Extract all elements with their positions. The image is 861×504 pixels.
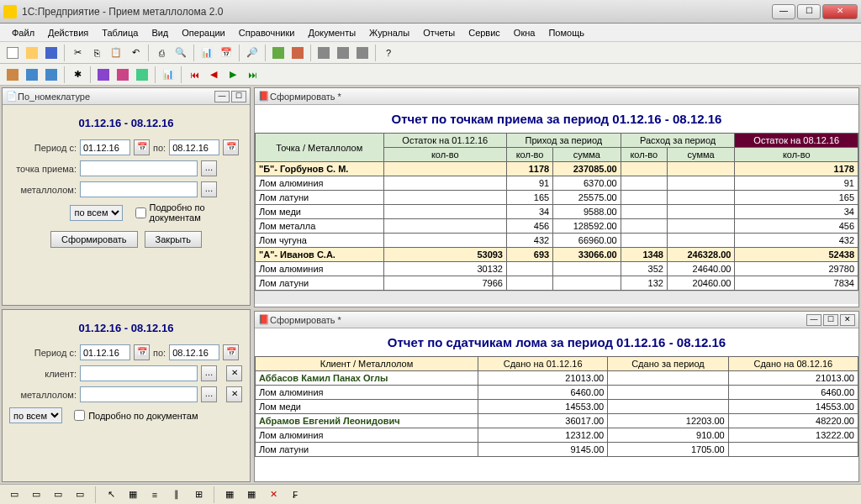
- menu-windows[interactable]: Окна: [507, 26, 542, 39]
- filter-combo-2[interactable]: по всем: [9, 407, 62, 423]
- undo-icon[interactable]: ↶: [126, 44, 145, 62]
- save-icon[interactable]: [42, 44, 61, 62]
- calendar-to-button[interactable]: 📅: [223, 139, 239, 155]
- client-browse-button[interactable]: …: [201, 365, 217, 381]
- cut-icon[interactable]: ✂: [68, 44, 87, 62]
- print-icon[interactable]: ⎙: [152, 44, 171, 62]
- table-row[interactable]: Лом металла456128592.00456: [256, 219, 858, 234]
- table-row[interactable]: "А"- Иванов С.А.5309369333066.0013482463…: [256, 248, 858, 262]
- prev-icon[interactable]: ◀: [204, 66, 223, 84]
- sb-col-icon[interactable]: ∥: [167, 486, 186, 504]
- form-button[interactable]: Сформировать: [50, 231, 138, 248]
- metal-input-2[interactable]: [80, 386, 198, 402]
- table-row[interactable]: Лом алюминия12312.00910.0013222.00: [256, 428, 858, 443]
- close-panel-button[interactable]: Закрыть: [145, 231, 202, 248]
- last-icon[interactable]: ⏭: [243, 66, 261, 84]
- sb-icon-3[interactable]: ▭: [49, 486, 67, 504]
- metal-browse-button[interactable]: …: [201, 181, 217, 197]
- sb-merge-icon[interactable]: ⊞: [189, 486, 208, 504]
- calendar-icon[interactable]: 📅: [217, 44, 235, 62]
- preview-icon[interactable]: 🔍: [172, 44, 190, 62]
- table-row[interactable]: Аббасов Камил Панах Оглы21013.0021013.00: [256, 371, 858, 386]
- r2-max-button[interactable]: ☐: [823, 314, 838, 326]
- box2-icon[interactable]: [114, 66, 132, 84]
- close-button[interactable]: ✕: [822, 4, 858, 19]
- tool-c-icon[interactable]: [314, 44, 333, 62]
- help-icon[interactable]: ?: [379, 44, 398, 62]
- star-icon[interactable]: ✱: [68, 66, 87, 84]
- table-row[interactable]: Лом алюминия916370.0091: [256, 176, 858, 191]
- metal-browse-button-2[interactable]: …: [201, 386, 217, 402]
- menu-service[interactable]: Сервис: [462, 26, 507, 39]
- table-row[interactable]: "Б"- Горбунов С. М.1178237085.001178: [256, 162, 858, 176]
- box1-icon[interactable]: [94, 66, 113, 84]
- find-icon[interactable]: 🔎: [243, 44, 261, 62]
- detail-checkbox[interactable]: [135, 207, 146, 218]
- tool-d-icon[interactable]: [334, 44, 352, 62]
- scrollbar-h[interactable]: [255, 291, 858, 304]
- period-to-input-2[interactable]: [169, 344, 219, 360]
- table-row[interactable]: Лом латуни796613220460.007834: [256, 276, 858, 291]
- sb-pointer-icon[interactable]: ↖: [102, 486, 120, 504]
- filter-combo[interactable]: по всем: [70, 205, 123, 221]
- menu-operations[interactable]: Операции: [175, 26, 231, 39]
- calendar-to-button-2[interactable]: 📅: [223, 344, 239, 360]
- panel-max-button[interactable]: ☐: [231, 91, 246, 102]
- period-from-input-2[interactable]: [80, 344, 130, 360]
- metal-clear-button-2[interactable]: ✕: [226, 386, 242, 402]
- client-input[interactable]: [80, 365, 198, 381]
- next-icon[interactable]: ▶: [224, 66, 242, 84]
- metal-input[interactable]: [80, 181, 198, 197]
- tool-a-icon[interactable]: [269, 44, 288, 62]
- menu-help[interactable]: Помощь: [541, 26, 591, 39]
- grid2-icon[interactable]: [42, 66, 61, 84]
- menu-reports[interactable]: Отчеты: [416, 26, 462, 39]
- menu-journals[interactable]: Журналы: [362, 26, 416, 39]
- point-input[interactable]: [80, 160, 198, 176]
- minimize-button[interactable]: —: [772, 4, 795, 19]
- menu-table[interactable]: Таблица: [95, 26, 145, 39]
- point-browse-button[interactable]: …: [201, 160, 217, 176]
- sb-tool-c-icon[interactable]: ✕: [264, 486, 283, 504]
- menu-file[interactable]: Файл: [5, 26, 41, 39]
- tool-e-icon[interactable]: [353, 44, 372, 62]
- db-icon[interactable]: [3, 66, 22, 84]
- grid1-icon[interactable]: [23, 66, 41, 84]
- r2-close-button[interactable]: ✕: [840, 314, 855, 326]
- client-clear-button[interactable]: ✕: [226, 365, 242, 381]
- sb-icon-1[interactable]: ▭: [5, 486, 24, 504]
- calendar-from-button[interactable]: 📅: [134, 139, 150, 155]
- box3-icon[interactable]: [133, 66, 151, 84]
- calendar-from-button-2[interactable]: 📅: [134, 344, 150, 360]
- period-from-input[interactable]: [80, 139, 130, 155]
- menu-actions[interactable]: Действия: [41, 26, 95, 39]
- table-row[interactable]: Лом чугуна43266960.00432: [256, 234, 858, 248]
- first-icon[interactable]: ⏮: [185, 66, 203, 84]
- sb-icon-2[interactable]: ▭: [27, 486, 45, 504]
- paste-icon[interactable]: 📋: [107, 44, 125, 62]
- menu-view[interactable]: Вид: [145, 26, 175, 39]
- sb-grid-icon[interactable]: ▦: [124, 486, 142, 504]
- tool-b-icon[interactable]: [288, 44, 307, 62]
- table-row[interactable]: Абрамов Евгений Леонидович36017.0012203.…: [256, 414, 858, 428]
- detail-checkbox-2[interactable]: [74, 410, 85, 421]
- copy-icon[interactable]: ⎘: [87, 44, 106, 62]
- calc-icon[interactable]: 📊: [198, 44, 216, 62]
- new-icon[interactable]: [3, 44, 22, 62]
- sb-tool-d-icon[interactable]: ₣: [286, 486, 304, 504]
- table-row[interactable]: Лом латуни16525575.00165: [256, 191, 858, 205]
- sb-tool-b-icon[interactable]: ▦: [242, 486, 261, 504]
- menu-refs[interactable]: Справочники: [232, 26, 302, 39]
- table-row[interactable]: Лом меди349588.0034: [256, 205, 858, 219]
- table-row[interactable]: Лом алюминия3013235224640.0029780: [256, 262, 858, 276]
- period-to-input[interactable]: [169, 139, 219, 155]
- chart-icon[interactable]: 📊: [159, 66, 177, 84]
- panel-min-button[interactable]: —: [214, 91, 230, 102]
- table-row[interactable]: Лом латуни9145.001705.00: [256, 443, 858, 457]
- sb-tool-a-icon[interactable]: ▦: [220, 486, 239, 504]
- sb-row-icon[interactable]: ≡: [145, 486, 164, 504]
- menu-docs[interactable]: Документы: [301, 26, 362, 39]
- table-row[interactable]: Лом меди14553.0014553.00: [256, 400, 858, 414]
- sb-icon-4[interactable]: ▭: [71, 486, 89, 504]
- open-icon[interactable]: [23, 44, 41, 62]
